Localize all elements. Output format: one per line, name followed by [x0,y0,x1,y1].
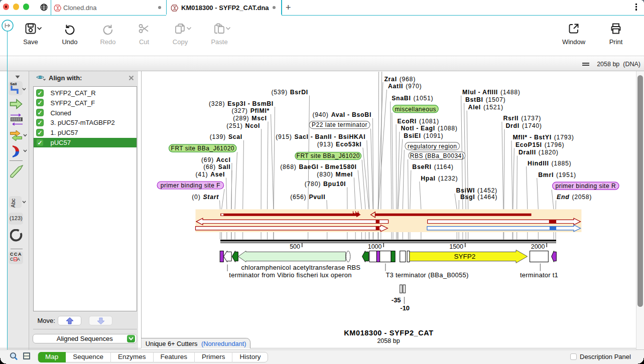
svg-text:(940)AvaI - BsoBI: (940)AvaI - BsoBI [312,111,371,118]
svg-text:BmrI(1951): BmrI(1951) [538,171,576,178]
svg-text:Unique 6+ Cutters: Unique 6+ Cutters [146,340,198,347]
svg-text:SYFP2: SYFP2 [454,253,476,260]
svg-text:NotI - EagI(1088): NotI - EagI(1088) [401,125,457,132]
svg-text:(868)BaeGI - Bme1580I: (868)BaeGI - Bme1580I [280,163,356,170]
svg-text:primer binding site F: primer binding site F [161,182,220,189]
svg-text:FRT site BBa_J61020: FRT site BBa_J61020 [297,152,360,159]
svg-text:HindIII(1885): HindIII(1885) [528,160,571,167]
svg-text:ZraI(968): ZraI(968) [384,76,416,83]
svg-text:BsgI(1464): BsgI(1464) [460,194,497,201]
svg-text:MflI* - BstYI(1793): MflI* - BstYI(1793) [512,134,574,141]
svg-text:(328)Esp3I - BsmBI: (328)Esp3I - BsmBI [209,100,274,107]
svg-text:FRT site BBa_J61020: FRT site BBa_J61020 [171,145,234,152]
svg-text:(913)Eco53kI: (913)Eco53kI [317,141,362,148]
svg-text:(915)SacI - BanII - BsiHKAI: (915)SacI - BanII - BsiHKAI [276,133,365,140]
svg-text:(139)ScaI: (139)ScaI [210,133,242,140]
svg-text:1000: 1000 [368,243,382,250]
svg-text:-35: -35 [392,296,401,304]
svg-text:T3 terminator (BBa_B0055): T3 terminator (BBa_B0055) [385,271,468,279]
svg-text:BsiEI(1091): BsiEI(1091) [404,132,443,139]
svg-text:(289)MscI: (289)MscI [233,115,267,122]
svg-text:(68)SalI: (68)SalI [203,163,230,170]
svg-text:2058 bp: 2058 bp [377,337,400,344]
svg-text:(0)Start: (0)Start [192,194,219,201]
svg-text:BseRI(1164): BseRI(1164) [412,163,453,170]
svg-text:primer binding site R: primer binding site R [556,183,616,190]
svg-text:End(2058): End(2058) [557,194,592,201]
svg-text:(327)PflMI*: (327)PflMI* [231,107,270,114]
svg-text:regulatory region: regulatory region [408,143,457,150]
svg-text:(780)Bpu10I: (780)Bpu10I [305,180,346,188]
svg-text:terminator t1: terminator t1 [520,271,558,279]
svg-text:EcoP15I(1796): EcoP15I(1796) [516,141,565,148]
svg-text:(656)PvuII: (656)PvuII [290,194,325,201]
svg-text:(251)NcoI: (251)NcoI [226,122,260,129]
svg-text:SnaBI(1051): SnaBI(1051) [392,95,433,102]
svg-text:chloramphenicol acetyltransfer: chloramphenicol acetyltransferase [241,264,345,271]
svg-text:RBS: RBS [347,264,360,271]
svg-text:RBS (BBa_B0034): RBS (BBa_B0034) [410,152,464,159]
svg-text:P22 late terminator: P22 late terminator [312,121,367,128]
svg-text:BsiWI(1452): BsiWI(1452) [456,187,497,194]
svg-text:(830)MmeI: (830)MmeI [317,171,352,178]
svg-text:(69)AccI: (69)AccI [201,156,230,163]
svg-text:RsrII(1737): RsrII(1737) [503,115,541,122]
svg-text:terminator from Vibrio fischer: terminator from Vibrio fischeri lux oper… [229,271,351,279]
svg-text:500: 500 [290,243,300,250]
svg-text:EcoRI(1081): EcoRI(1081) [398,118,439,125]
svg-text:AleI(1521): AleI(1521) [468,104,503,111]
svg-text:1500: 1500 [449,243,463,250]
svg-text:(41)AseI: (41)AseI [196,171,225,178]
svg-text:MluI - AflIII(1488): MluI - AflIII(1488) [462,89,521,96]
svg-text:KM018300 - SYFP2_CAT: KM018300 - SYFP2_CAT [344,329,434,337]
svg-text:BstBI(1507): BstBI(1507) [465,96,505,103]
svg-text:(Nonredundant): (Nonredundant) [201,340,246,347]
svg-text:2000: 2000 [531,243,545,250]
svg-text:DraIII(1820): DraIII(1820) [519,149,559,156]
svg-text:-10: -10 [400,304,410,312]
svg-text:HpaI(1232): HpaI(1232) [421,175,458,182]
svg-text:AatII(970): AatII(970) [388,83,422,90]
svg-text:(539)BsrDI: (539)BsrDI [271,89,308,96]
svg-text:DrdI(1740): DrdI(1740) [506,122,542,129]
svg-text:miscellaneous: miscellaneous [395,106,437,113]
